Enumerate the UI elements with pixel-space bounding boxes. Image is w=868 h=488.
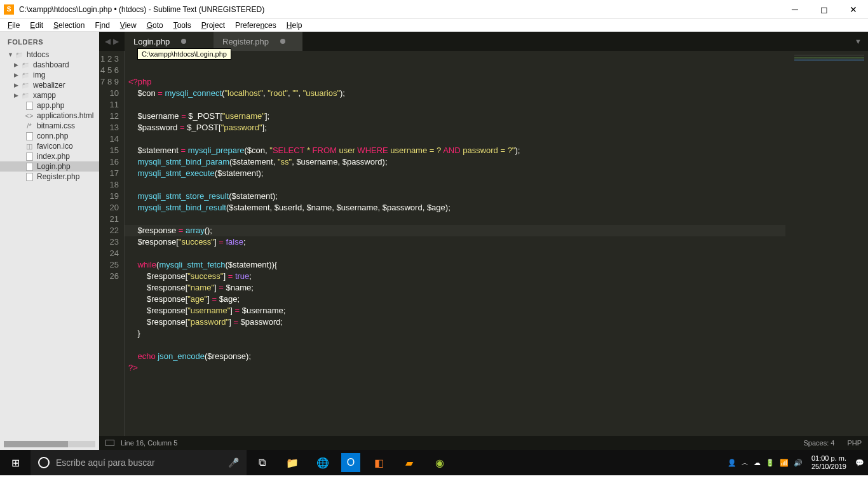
minimap[interactable]	[785, 51, 868, 436]
taskbar-app-outlook[interactable]: O	[341, 453, 360, 472]
code-content[interactable]: <?php $con = mysqli_connect("localhost",…	[125, 51, 785, 436]
tab-tooltip: C:\xampp\htdocs\Login.php	[137, 48, 231, 60]
menu-goto[interactable]: Goto	[142, 21, 168, 30]
menu-selection[interactable]: Selection	[48, 21, 90, 30]
tree-file-selected[interactable]: Login.php	[0, 161, 99, 172]
statusbar: Line 16, Column 5 Spaces: 4 PHP	[99, 436, 868, 450]
tree-file[interactable]: <>applications.html	[0, 111, 99, 121]
task-view-button[interactable]: ⧉	[247, 450, 277, 475]
tree-folder[interactable]: ▶xampp	[0, 90, 99, 100]
code-icon: <>	[24, 111, 34, 120]
window-title: C:\xampp\htdocs\Login.php • (htdocs) - S…	[19, 5, 780, 14]
menu-file[interactable]: File	[3, 21, 25, 30]
taskbar: ⊞ Escribe aquí para buscar 🎤 ⧉ 📁 🌐 O ◧ ▰…	[0, 450, 868, 475]
volume-icon[interactable]: 🔊	[794, 459, 803, 467]
dirty-indicator-icon	[280, 39, 285, 44]
folder-icon	[20, 81, 31, 90]
taskbar-app-explorer[interactable]: 📁	[277, 450, 308, 475]
file-icon	[24, 152, 34, 161]
tab-nav-arrows[interactable]: ◀ ▶	[99, 37, 125, 46]
file-icon	[24, 172, 34, 181]
battery-icon[interactable]: 🔋	[766, 459, 775, 467]
tree-root[interactable]: ▼htdocs	[0, 50, 99, 60]
menu-preferences[interactable]: Preferences	[230, 21, 281, 30]
code-editor[interactable]: 1 2 3 4 5 6 7 8 9 10 11 12 13 14 15 16 1…	[99, 51, 868, 436]
sidebar: FOLDERS ▼htdocs ▶dashboard ▶img ▶webaliz…	[0, 32, 99, 450]
tree-file[interactable]: index.php	[0, 151, 99, 161]
tray-expand-icon[interactable]: ︿	[742, 458, 749, 468]
tab-menu-button[interactable]: ▼	[848, 37, 868, 45]
menu-tools[interactable]: Tools	[168, 21, 196, 30]
close-button[interactable]: ✕	[839, 0, 868, 19]
wifi-icon[interactable]: 📶	[780, 459, 789, 467]
tree-file[interactable]: Register.php	[0, 172, 99, 182]
tree-folder[interactable]: ▶img	[0, 70, 99, 80]
mic-icon[interactable]: 🎤	[228, 458, 239, 468]
panel-icon[interactable]	[105, 440, 114, 446]
folder-icon	[20, 60, 31, 69]
gutter: 1 2 3 4 5 6 7 8 9 10 11 12 13 14 15 16 1…	[99, 51, 125, 436]
syntax-setting[interactable]: PHP	[847, 439, 862, 447]
titlebar: S C:\xampp\htdocs\Login.php • (htdocs) -…	[0, 0, 868, 19]
tree-folder[interactable]: ▶webalizer	[0, 80, 99, 90]
minimize-button[interactable]: ─	[780, 0, 810, 19]
menu-edit[interactable]: Edit	[25, 21, 48, 30]
taskbar-app-xampp[interactable]: ◧	[363, 450, 394, 475]
file-icon	[24, 132, 34, 140]
menu-view[interactable]: View	[115, 21, 142, 30]
dirty-indicator-icon	[181, 39, 186, 44]
tree-file[interactable]: conn.php	[0, 131, 99, 141]
cursor-position: Line 16, Column 5	[121, 439, 177, 447]
tree-file[interactable]: ◫favicon.ico	[0, 141, 99, 151]
notifications-icon[interactable]: 💬	[855, 459, 864, 467]
folder-icon	[20, 71, 31, 79]
menu-find[interactable]: Find	[90, 21, 114, 30]
tree-file[interactable]: /*bitnami.css	[0, 121, 99, 131]
start-button[interactable]: ⊞	[0, 450, 31, 475]
menu-help[interactable]: Help	[281, 21, 308, 30]
taskbar-app-sublime[interactable]: ▰	[394, 450, 424, 475]
file-icon	[24, 101, 34, 110]
onedrive-icon[interactable]: ☁	[754, 459, 761, 467]
folder-icon	[14, 50, 24, 59]
folders-header: FOLDERS	[0, 36, 99, 50]
menubar: File Edit Selection Find View Goto Tools…	[0, 19, 868, 32]
tree-file[interactable]: app.php	[0, 100, 99, 111]
taskbar-app-chrome[interactable]: 🌐	[308, 450, 338, 475]
tree-folder[interactable]: ▶dashboard	[0, 60, 99, 70]
taskbar-app-android[interactable]: ◉	[424, 450, 455, 475]
taskbar-search[interactable]: Escribe aquí para buscar 🎤	[31, 450, 247, 475]
indentation-setting[interactable]: Spaces: 4	[803, 439, 834, 447]
file-icon	[24, 162, 34, 171]
people-icon[interactable]: 👤	[728, 459, 736, 467]
maximize-button[interactable]: ◻	[810, 0, 839, 19]
folder-icon	[20, 91, 31, 100]
image-icon: ◫	[24, 142, 34, 151]
app-icon: S	[4, 4, 14, 15]
css-icon: /*	[24, 121, 34, 130]
menu-project[interactable]: Project	[196, 21, 230, 30]
sidebar-scrollbar[interactable]	[4, 441, 95, 447]
cortana-icon	[38, 457, 50, 468]
clock[interactable]: 01:00 p. m. 25/10/2019	[808, 454, 850, 471]
